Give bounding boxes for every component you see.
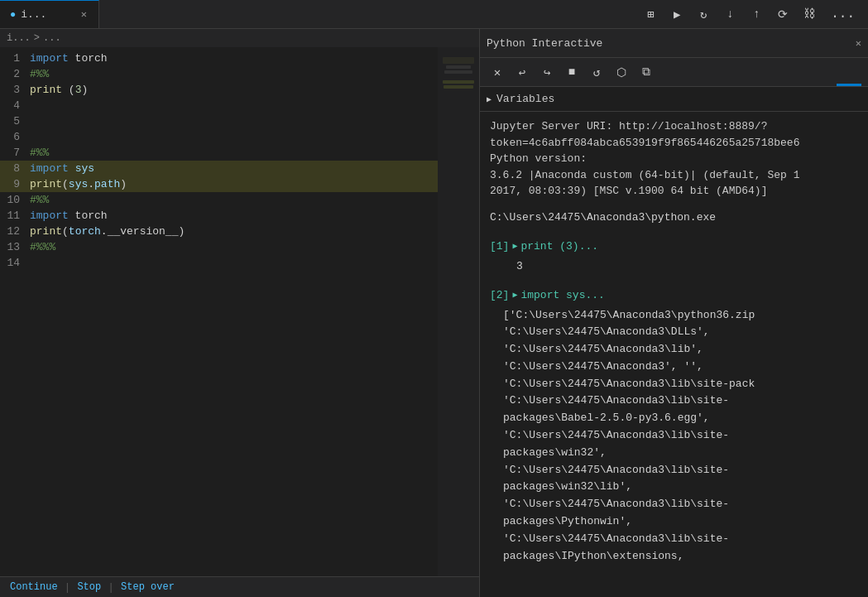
code-line-12: 12 print(torch.__version__) — [0, 224, 438, 239]
code-line-11: 11 import torch — [0, 208, 438, 224]
download-icon[interactable]: ↓ — [718, 2, 741, 26]
variables-chevron-icon: ▶ — [487, 94, 492, 104]
code-line-4: 4 — [0, 98, 438, 113]
breadcrumb-segment-1: i... — [7, 32, 31, 44]
python-file-icon: ● — [10, 9, 16, 21]
line-content-9: print(sys.path) — [30, 178, 438, 190]
code-line-2: 2 #%% — [0, 66, 438, 82]
sys-path-line-3: 'C:\Users\24475\Anaconda3\lib', — [503, 341, 858, 359]
int-undo-button[interactable]: ↩ — [511, 61, 533, 83]
interactive-title: Python Interactive — [487, 37, 851, 50]
link-icon[interactable]: ⛓ — [798, 2, 821, 26]
line-content-3: print (3) — [30, 84, 438, 96]
server-uri-line: Jupyter Server URI: http://localhost:888… — [490, 118, 858, 135]
code-line-1: 1 import torch — [0, 51, 438, 66]
line-num-1: 1 — [0, 52, 30, 65]
debug-sep-2: | — [108, 581, 114, 594]
blue-indicator — [837, 84, 861, 86]
sys-path-line-11: packages\win32\lib', — [503, 479, 858, 496]
sys-path-line-14: 'C:\Users\24475\Anaconda3\lib\site- — [503, 531, 858, 548]
continue-button[interactable]: Continue — [7, 580, 61, 595]
line-num-3: 3 — [0, 84, 30, 96]
interactive-close-button[interactable]: ✕ — [856, 37, 861, 50]
stop-button[interactable]: Stop — [74, 580, 104, 595]
variables-section[interactable]: ▶ Variables — [480, 87, 868, 112]
toolbar-icons: ⊞ ▶ ↻ ↓ ↑ ⟳ ⛓ ... — [632, 2, 868, 26]
code-line-6: 6 — [0, 129, 438, 145]
more-menu-button[interactable]: ... — [824, 3, 861, 25]
code-line-3: 3 print (3) — [0, 82, 438, 98]
sys-path-line-4: 'C:\Users\24475\Anaconda3', '', — [503, 359, 858, 376]
tab-close-button[interactable]: ✕ — [79, 7, 89, 22]
upload-icon[interactable]: ↑ — [745, 2, 768, 26]
sys-path-line-8: 'C:\Users\24475\Anaconda3\lib\site- — [503, 427, 858, 445]
code-line-14: 14 — [0, 255, 438, 271]
editor-pane: i... > ... 1 import torch 2 #%% 3 pri — [0, 29, 480, 597]
line-num-11: 11 — [0, 209, 30, 222]
line-num-2: 2 — [0, 68, 30, 80]
server-token-line: token=4c6abff084abca653919f9f865446265a2… — [490, 135, 858, 152]
sys-path-line-1: ['C:\Users\24475\Anaconda3\python36.zip — [503, 307, 858, 325]
line-num-14: 14 — [0, 257, 30, 269]
int-stop-button[interactable]: ■ — [561, 61, 583, 83]
line-content-8: import sys — [30, 162, 438, 175]
int-close-button[interactable]: ✕ — [487, 61, 508, 83]
code-area[interactable]: 1 import torch 2 #%% 3 print (3) 4 — [0, 47, 438, 576]
cell-1-number: [1] — [490, 238, 509, 255]
breadcrumb: i... > ... — [0, 29, 479, 47]
interactive-header: Python Interactive ✕ — [480, 29, 868, 58]
server-info: Jupyter Server URI: http://localhost:888… — [490, 118, 858, 200]
minimap — [438, 47, 479, 576]
grid-icon[interactable]: ⊞ — [639, 2, 662, 26]
line-content-12: print(torch.__version__) — [30, 225, 438, 238]
int-split-button[interactable]: ⧉ — [635, 61, 657, 83]
int-redo-button[interactable]: ↪ — [536, 61, 558, 83]
python-version-label: Python version: — [490, 151, 858, 167]
reload-icon[interactable]: ⟳ — [771, 2, 794, 26]
sys-path-line-6: 'C:\Users\24475\Anaconda3\lib\site- — [503, 392, 858, 410]
line-content-2: #%% — [30, 68, 438, 80]
cell-2-arrow-icon: ▶ — [512, 289, 517, 301]
line-num-6: 6 — [0, 131, 30, 143]
top-toolbar: ● i... ✕ ⊞ ▶ ↻ ↓ ↑ ⟳ ⛓ ... — [0, 0, 868, 29]
interactive-output[interactable]: Jupyter Server URI: http://localhost:888… — [480, 112, 868, 597]
cell-2-code: import sys... — [520, 287, 604, 304]
debug-sep-1: | — [65, 581, 71, 594]
debug-bar: Continue | Stop | Step over — [0, 576, 479, 597]
python-exe-path: C:\Users\24475\Anaconda3\python.exe — [490, 211, 716, 224]
python-version-value: 3.6.2 |Anaconda custom (64-bit)| (defaul… — [490, 167, 858, 184]
sys-path-line-10: 'C:\Users\24475\Anaconda3\lib\site- — [503, 462, 858, 479]
run-icon[interactable]: ▶ — [665, 2, 688, 26]
cell-2-result: ['C:\Users\24475\Anaconda3\python36.zip … — [490, 307, 858, 566]
step-over-button[interactable]: Step over — [117, 580, 178, 595]
tab-group: ● i... ✕ — [0, 0, 99, 28]
line-content-1: import torch — [30, 52, 438, 65]
refresh-icon[interactable]: ↻ — [692, 2, 715, 26]
cell-2-block: [2] ▶ import sys... ['C:\Users\24475\Ana… — [490, 287, 858, 565]
sys-path-line-9: packages\win32', — [503, 445, 858, 462]
line-content-11: import torch — [30, 209, 438, 222]
tab-label: i... — [21, 8, 46, 21]
int-restart-button[interactable]: ↺ — [586, 61, 607, 83]
cell-1-result: 3 — [490, 258, 858, 275]
line-num-12: 12 — [0, 225, 30, 238]
line-num-5: 5 — [0, 115, 30, 128]
sys-path-line-5: 'C:\Users\24475\Anaconda3\lib\site-pack — [503, 376, 858, 393]
code-line-7: 7 #%% — [0, 145, 438, 161]
cell-1-label: [1] ▶ print (3)... — [490, 238, 858, 255]
code-line-8: 8 import sys — [0, 161, 438, 176]
cell-1-code: print (3)... — [520, 238, 598, 255]
sys-path-line-13: packages\Pythonwin', — [503, 513, 858, 531]
main-area: i... > ... 1 import torch 2 #%% 3 pri — [0, 29, 868, 597]
sys-path-line-2: 'C:\Users\24475\Anaconda3\DLLs', — [503, 324, 858, 341]
line-num-7: 7 — [0, 147, 30, 159]
sys-path-line-15: packages\IPython\extensions, — [503, 548, 858, 566]
variables-label: Variables — [496, 93, 554, 105]
line-content-13: #%%% — [30, 241, 438, 253]
int-export-button[interactable]: ⬡ — [611, 61, 632, 83]
editor-tab[interactable]: ● i... ✕ — [0, 0, 99, 28]
sys-path-line-12: 'C:\Users\24475\Anaconda3\lib\site- — [503, 496, 858, 513]
line-num-13: 13 — [0, 241, 30, 253]
breadcrumb-chevron: > — [34, 32, 40, 44]
breadcrumb-segment-2: ... — [43, 32, 61, 44]
